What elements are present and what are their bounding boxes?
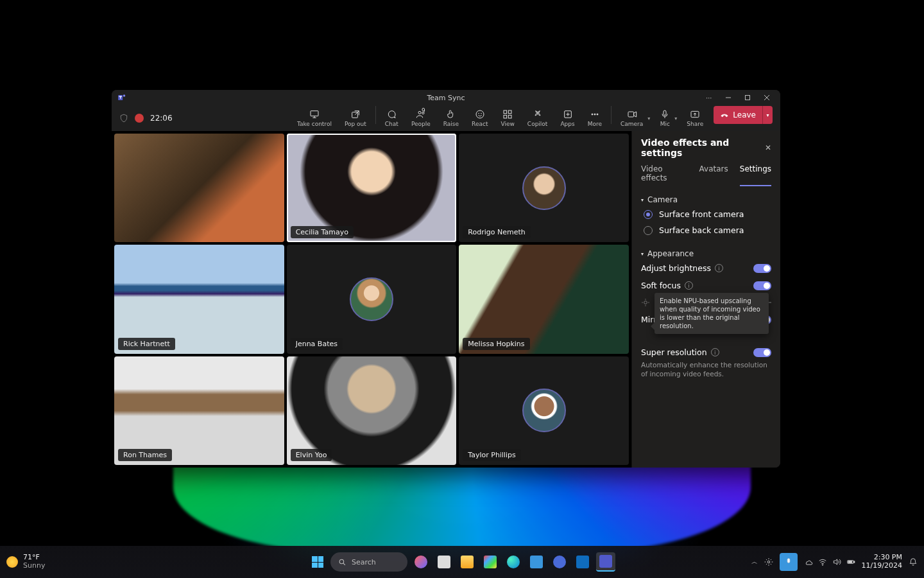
tray-notifications-icon[interactable] [909,557,918,566]
participant-tile[interactable]: Elvin Yoo [287,356,457,465]
participant-tile[interactable] [114,134,284,242]
svg-line-12 [355,111,359,115]
taskbar-app-pinned[interactable] [550,552,569,572]
share-button[interactable]: Share [680,106,710,130]
super-resolution-tooltip: Enable NPU-based upscaling when quality … [654,293,769,334]
svg-marker-40 [834,559,837,565]
participant-tile[interactable]: Rodrigo Nemeth [459,134,629,242]
people-button[interactable]: 9 People [405,106,437,130]
window-title: Team Sync [427,94,465,102]
toolbar-divider [375,106,376,124]
svg-point-17 [481,113,481,114]
info-icon[interactable]: i [685,281,693,290]
raise-hand-button[interactable]: Raise [437,106,465,130]
take-control-button[interactable]: Take control [291,106,338,130]
camera-front-radio[interactable]: Surface front camera [644,209,771,219]
tray-overflow[interactable]: ︿ [751,557,758,566]
participant-avatar [350,277,393,321]
tray-volume-icon[interactable] [832,557,841,566]
taskbar-search[interactable]: Search [330,552,407,572]
taskbar-app-teams[interactable] [596,552,615,572]
tab-settings[interactable]: Settings [740,164,771,186]
radio-selected-icon [644,210,653,219]
svg-rect-21 [508,115,511,118]
super-resolution-label: Super resolution [641,347,707,357]
taskbar-app-copilot[interactable] [411,552,431,572]
taskbar-app-explorer[interactable] [458,552,477,572]
participant-name: Rodrigo Nemeth [463,226,530,238]
pop-out-button[interactable]: Pop out [338,106,373,130]
copilot-button[interactable]: Copilot [521,106,554,130]
svg-rect-18 [504,110,507,114]
taskbar-app-edge[interactable] [504,552,523,572]
window-titlebar: Team Sync ⋯ [112,90,780,105]
soft-focus-toggle[interactable] [753,281,771,290]
more-button[interactable]: More [581,106,608,130]
super-resolution-toggle[interactable] [753,348,771,357]
participant-tile[interactable]: Taylor Phillips [459,356,629,465]
taskbar-app-office[interactable] [481,552,500,572]
maximize-button[interactable] [738,90,757,105]
tray-onedrive-icon[interactable] [804,557,813,566]
close-panel-button[interactable]: ✕ [765,143,771,152]
taskbar-app-taskview[interactable] [434,552,454,572]
svg-rect-43 [848,561,852,563]
info-icon[interactable]: i [715,264,723,272]
windows-taskbar: 71°F Sunny Search ︿ [0,546,924,578]
shield-icon [119,114,128,123]
weather-widget[interactable]: 71°F Sunny [6,554,45,570]
camera-section-header[interactable]: ▾Camera [641,195,771,204]
minimize-button[interactable] [719,90,738,105]
participant-tile[interactable]: Jenna Bates [287,245,457,353]
tray-battery-icon[interactable] [846,557,855,566]
svg-rect-42 [853,561,854,563]
view-button[interactable]: View [494,106,520,130]
more-window-button[interactable]: ⋯ [699,90,719,105]
sparkle-icon [641,298,650,307]
sun-icon [6,556,18,568]
tab-video-effects[interactable]: Video effects [641,164,688,186]
tray-settings-icon[interactable] [764,557,773,566]
people-count-badge: 9 [422,107,425,114]
teams-meeting-window: Team Sync ⋯ 22:06 Take control [112,90,780,468]
taskbar-app-store[interactable] [527,552,546,572]
svg-point-26 [594,114,595,115]
tray-copilot-button[interactable] [780,553,798,571]
participant-avatar [522,166,566,210]
svg-marker-29 [633,112,636,117]
camera-button[interactable]: Camera [614,106,649,130]
meeting-toolbar: 22:06 Take control Pop out Chat 9 People [112,105,780,131]
taskbar-app-outlook[interactable] [573,552,592,572]
participant-tile[interactable]: Cecilia Tamayo [287,134,457,242]
svg-rect-28 [628,112,634,117]
participant-name: Taylor Phillips [463,449,521,461]
tab-avatars[interactable]: Avatars [699,164,728,186]
participant-tile[interactable]: Rick Hartnett [114,245,284,353]
chat-button[interactable]: Chat [379,106,405,130]
start-button[interactable] [309,553,327,571]
participant-name: Jenna Bates [291,338,343,350]
video-gallery: Cecilia Tamayo Rodrigo Nemeth Rick Hartn… [112,131,631,468]
taskbar-clock[interactable]: 2:30 PM 11/19/2024 [862,554,902,570]
radio-unselected-icon [644,226,653,235]
mic-button[interactable]: Mic [653,106,676,130]
camera-back-radio[interactable]: Surface back camera [644,225,771,235]
leave-dropdown[interactable]: ▾ [762,106,773,124]
appearance-section-header[interactable]: ▾Appearance [641,249,771,258]
svg-point-27 [597,114,598,115]
adjust-brightness-toggle[interactable] [753,264,771,273]
svg-point-35 [339,559,344,564]
video-settings-panel: Video effects and settings ✕ Video effec… [631,131,780,468]
participant-tile[interactable]: Melissa Hopkins [459,245,629,353]
react-button[interactable]: React [465,106,494,130]
participant-tile[interactable]: Ron Thames [114,356,284,465]
svg-point-3 [123,94,126,97]
info-icon[interactable]: i [711,348,719,356]
windows-logo-icon [312,556,323,568]
tray-wifi-icon[interactable] [818,557,827,566]
svg-rect-19 [508,110,511,114]
svg-point-39 [822,565,823,565]
apps-button[interactable]: Apps [554,106,581,130]
close-button[interactable] [757,90,776,105]
leave-button[interactable]: Leave ▾ [714,106,773,124]
